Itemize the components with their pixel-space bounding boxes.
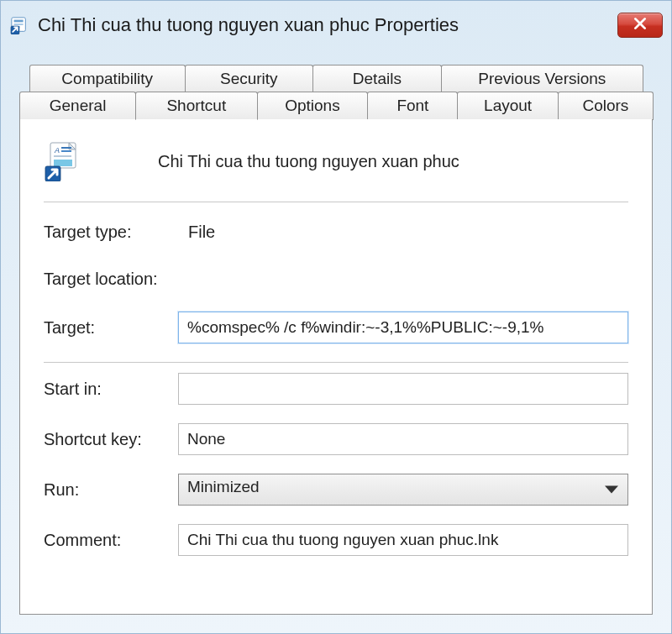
close-button[interactable] bbox=[617, 13, 663, 38]
tab-shortcut[interactable]: Shortcut bbox=[135, 92, 257, 120]
close-icon bbox=[633, 16, 648, 34]
shortcut-file-icon: A bbox=[44, 141, 84, 181]
titlebar: Chi Thi cua thu tuong nguyen xuan phuc P… bbox=[1, 1, 671, 50]
tab-row-back: Compatibility Security Details Previous … bbox=[19, 65, 653, 92]
input-comment[interactable] bbox=[178, 524, 628, 556]
properties-window: Chi Thi cua thu tuong nguyen xuan phuc P… bbox=[0, 0, 672, 634]
tab-colors[interactable]: Colors bbox=[558, 92, 654, 120]
label-start-in: Start in: bbox=[44, 380, 178, 399]
tab-options[interactable]: Options bbox=[257, 92, 369, 120]
tab-compatibility[interactable]: Compatibility bbox=[29, 65, 186, 92]
divider bbox=[44, 202, 628, 202]
tab-row-front: General Shortcut Options Font Layout Col… bbox=[19, 92, 653, 120]
tab-security[interactable]: Security bbox=[185, 65, 314, 92]
shortcut-header: A Chi Thi cua thu tuong nguyen xuan phuc bbox=[44, 136, 628, 200]
label-shortcut-key: Shortcut key: bbox=[44, 430, 178, 449]
row-target-location: Target location: bbox=[44, 265, 628, 293]
content-area: Compatibility Security Details Previous … bbox=[1, 50, 671, 615]
label-comment: Comment: bbox=[44, 531, 178, 550]
row-run: Run: Minimized bbox=[44, 474, 628, 506]
shortcut-title: Chi Thi cua thu tuong nguyen xuan phuc bbox=[108, 152, 459, 171]
label-run: Run: bbox=[44, 480, 178, 500]
input-start-in[interactable] bbox=[178, 373, 628, 405]
label-target: Target: bbox=[44, 318, 178, 338]
tab-details[interactable]: Details bbox=[312, 65, 442, 92]
value-target-type: File bbox=[178, 223, 215, 242]
label-target-type: Target type: bbox=[44, 223, 178, 242]
label-target-location: Target location: bbox=[44, 270, 178, 289]
input-target[interactable] bbox=[178, 312, 628, 343]
select-run-wrap: Minimized bbox=[178, 474, 628, 506]
tabs: Compatibility Security Details Previous … bbox=[19, 65, 653, 615]
input-shortcut-key[interactable] bbox=[178, 423, 628, 455]
divider bbox=[44, 362, 628, 363]
window-shortcut-icon bbox=[9, 15, 29, 35]
tab-layout[interactable]: Layout bbox=[457, 92, 558, 120]
row-comment: Comment: bbox=[44, 524, 628, 556]
tab-font[interactable]: Font bbox=[367, 92, 458, 120]
svg-rect-1 bbox=[14, 20, 24, 23]
row-start-in: Start in: bbox=[44, 373, 628, 405]
tab-panel-shortcut: A Chi Thi cua thu tuong nguyen xuan phuc bbox=[19, 119, 653, 615]
window-title: Chi Thi cua thu tuong nguyen xuan phuc P… bbox=[38, 14, 617, 36]
svg-rect-2 bbox=[14, 24, 24, 25]
row-target: Target: bbox=[44, 312, 628, 343]
svg-text:A: A bbox=[54, 146, 60, 155]
svg-rect-10 bbox=[54, 160, 72, 166]
tab-general[interactable]: General bbox=[19, 92, 136, 120]
select-run[interactable]: Minimized bbox=[178, 474, 628, 506]
row-target-type: Target type: File bbox=[44, 217, 628, 246]
row-shortcut-key: Shortcut key: bbox=[44, 423, 628, 455]
tab-previous-versions[interactable]: Previous Versions bbox=[441, 65, 643, 92]
